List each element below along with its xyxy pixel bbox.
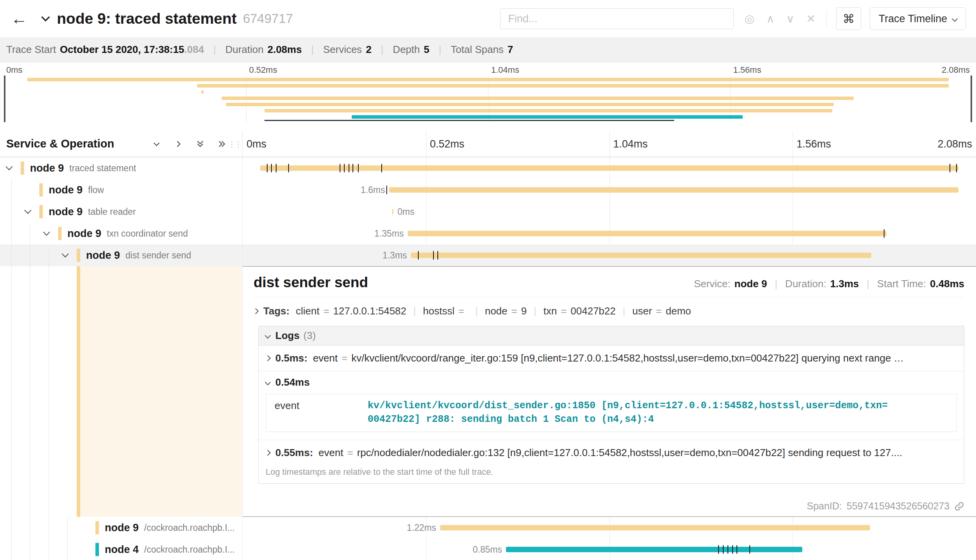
trace-view-selector[interactable]: Trace Timeline: [870, 7, 966, 30]
tag-item: client=127.0.0.1:54582: [296, 305, 406, 317]
indent-guide: [11, 244, 12, 266]
meta-value: 1.3ms: [830, 278, 859, 290]
log-entry[interactable]: 0.55ms:event=rpc/nodedialer/nodedialer.g…: [259, 440, 964, 465]
chevron-right-icon: [254, 308, 259, 314]
operation-name: /cockroach.roachpb.I...: [144, 523, 242, 533]
indent-guide: [30, 223, 30, 244]
span-row[interactable]: node 9table reader0ms: [0, 201, 976, 223]
meta-separator: |: [867, 278, 869, 290]
indent-guide: [11, 223, 12, 244]
log-entry[interactable]: 0.5ms:event=kv/kvclient/kvcoord/range_it…: [259, 346, 964, 371]
minimap-scrubber-left[interactable]: [4, 75, 5, 122]
trace-id: 6749717: [243, 11, 293, 26]
span-bar[interactable]: [411, 253, 871, 258]
expand-one-icon[interactable]: [174, 139, 183, 149]
locate-match-icon[interactable]: ◎: [745, 12, 754, 25]
service-name: node 9: [67, 228, 101, 240]
clear-search-icon[interactable]: ✕: [806, 12, 816, 25]
chevron-down-icon: [265, 379, 271, 385]
span-timeline-cell: 1.22ms: [243, 517, 976, 539]
tag-item: user=demo: [632, 305, 691, 317]
span-log-tick: [433, 251, 434, 260]
span-row[interactable]: node 9flow1.6ms: [0, 179, 976, 201]
span-bar[interactable]: [260, 165, 958, 171]
deep-link-icon[interactable]: [954, 501, 964, 511]
indent-guide: [49, 539, 49, 560]
indent-guide: [11, 539, 12, 560]
span-bar[interactable]: [440, 525, 870, 530]
expand-all-icon[interactable]: [217, 139, 227, 149]
summary-value-suffix: .084: [184, 44, 204, 55]
chevron-down-icon: [265, 333, 271, 339]
find-input[interactable]: [500, 8, 734, 29]
summary-separator: |: [213, 44, 216, 56]
span-bar[interactable]: [389, 187, 958, 193]
span-detail-panel: dist sender send Service: node 9 | Durat…: [243, 266, 976, 517]
timeline-tick-label: 0.52ms: [249, 65, 277, 75]
timeline-tick-label: 0ms: [6, 65, 23, 75]
minimap-critical-path: [264, 120, 674, 121]
log-equals: =: [342, 352, 347, 364]
trace-minimap[interactable]: [4, 75, 972, 122]
summary-item: Trace StartOctober 15 2020, 17:38:15.084: [6, 44, 204, 56]
timeline-tick-label: 2.08ms: [942, 65, 970, 75]
column-resizer[interactable]: ⋮⋮: [228, 139, 241, 149]
span-log-tick: [267, 164, 268, 172]
span-log-tick: [956, 164, 957, 172]
back-button[interactable]: ←: [5, 9, 33, 28]
log-entry-expanded-header[interactable]: 0.54ms: [259, 371, 964, 393]
span-log-tick: [732, 545, 733, 554]
find-tools: ◎∧∨✕: [745, 12, 816, 25]
span-rows-top: node 9traced statementnode 9flow1.6msnod…: [0, 157, 976, 266]
minimap-scrubber-right[interactable]: [971, 75, 972, 122]
span-log-tick: [276, 164, 277, 172]
span-log-tick: [749, 545, 750, 554]
span-row[interactable]: node 4/cockroach.roachpb.I...0.85ms: [0, 539, 976, 560]
collapse-trace-chevron-icon[interactable]: [39, 12, 52, 25]
span-duration-label: 1.3ms: [382, 250, 407, 261]
span-duration-label: 0ms: [397, 207, 414, 217]
previous-match-icon[interactable]: ∧: [766, 12, 774, 25]
span-log-tick: [271, 164, 272, 172]
summary-label: Trace Start: [6, 44, 56, 55]
chevron-down-icon[interactable]: [43, 228, 50, 235]
span-row[interactable]: node 9/cockroach.roachpb.I...1.22ms: [0, 517, 976, 539]
span-log-tick: [349, 164, 349, 172]
span-bar[interactable]: [506, 547, 802, 552]
summary-value: 7: [507, 44, 513, 55]
tags-accordion[interactable]: Tags: client=127.0.0.1:54582|hostssl=|no…: [254, 305, 964, 317]
log-field-value: kv/kvclient/kvcoord/dist_sender.go:1850 …: [358, 394, 903, 432]
indent-guide: [30, 244, 30, 266]
tag-separator: |: [534, 305, 536, 317]
service-name: node 9: [86, 249, 120, 262]
indent-guide: [49, 244, 49, 266]
chevron-down-icon[interactable]: [24, 207, 31, 214]
logs-accordion-header[interactable]: Logs (3): [259, 326, 964, 346]
span-name-cell: node 9traced statement: [0, 157, 243, 179]
log-fields-table: eventkv/kvclient/kvcoord/dist_sender.go:…: [266, 394, 957, 432]
service-name: node 9: [49, 206, 83, 218]
summary-label: Duration: [225, 44, 263, 55]
span-duration-label: 1.35ms: [374, 228, 403, 239]
span-log-tick: [723, 545, 724, 554]
span-log-tick: [386, 186, 387, 194]
span-row[interactable]: node 9traced statement: [0, 157, 976, 179]
log-field-key: event: [319, 447, 344, 458]
meta-label: Start Time:: [877, 278, 926, 290]
span-bar[interactable]: [392, 209, 394, 214]
span-detail-row: dist sender send Service: node 9 | Durat…: [0, 266, 976, 517]
collapse-one-icon[interactable]: [152, 139, 161, 149]
chevron-down-icon[interactable]: [5, 163, 12, 170]
toolbar-divider: [826, 10, 827, 27]
span-row[interactable]: node 9txn coordinator send1.35ms: [0, 223, 976, 244]
span-row[interactable]: node 9dist sender send1.3ms: [0, 244, 976, 266]
chevron-down-icon[interactable]: [62, 250, 69, 257]
next-match-icon[interactable]: ∨: [786, 12, 794, 25]
summary-value: 5: [424, 44, 429, 55]
keyboard-shortcuts-button[interactable]: ⌘: [836, 7, 861, 30]
collapse-all-icon[interactable]: [196, 139, 205, 149]
span-color-bar: [39, 183, 43, 197]
span-bar[interactable]: [408, 231, 886, 236]
span-log-tick: [358, 164, 359, 172]
service-name: node 9: [105, 522, 139, 534]
